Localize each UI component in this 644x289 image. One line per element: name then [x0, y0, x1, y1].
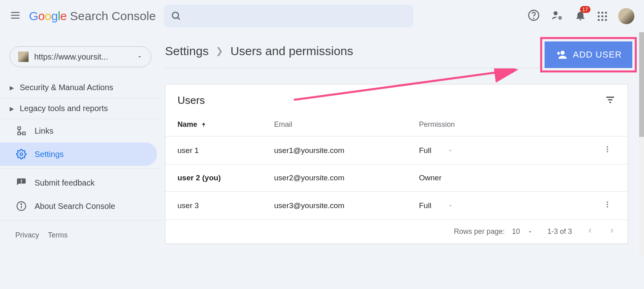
sidebar-item-feedback[interactable]: Submit feedback [0, 171, 157, 194]
caret-down-icon [136, 54, 143, 60]
column-permission[interactable]: Permission [419, 120, 520, 129]
table-footer: Rows per page: 10 1-3 of 3 [165, 220, 627, 244]
cell-name: user 3 [178, 201, 274, 210]
svg-point-24 [607, 147, 608, 148]
sidebar-item-settings[interactable]: Settings [0, 142, 157, 166]
menu-icon[interactable] [10, 10, 21, 23]
svg-rect-11 [23, 132, 25, 135]
footer-privacy[interactable]: Privacy [15, 231, 39, 239]
svg-point-29 [607, 206, 608, 207]
users-card: Users Name Email Permission user 1user1@… [165, 84, 628, 244]
card-title: Users [178, 94, 205, 107]
sidebar-group-security[interactable]: ▶ Security & Manual Actions [0, 77, 161, 98]
info-icon [16, 201, 27, 211]
table-header: Name Email Permission [165, 116, 627, 136]
sort-asc-icon [200, 122, 207, 128]
svg-rect-9 [18, 127, 21, 130]
gear-icon [16, 149, 27, 159]
more-icon[interactable] [603, 200, 615, 211]
column-email[interactable]: Email [274, 120, 419, 129]
feedback-icon [16, 178, 27, 188]
svg-line-4 [178, 17, 180, 19]
chevron-right-icon: ▶ [10, 105, 14, 112]
cell-name: user 2 (you) [178, 173, 274, 182]
person-add-icon [555, 49, 567, 61]
notifications-icon[interactable]: 17 [574, 9, 586, 23]
people-settings-icon[interactable] [551, 9, 563, 23]
table-row[interactable]: user 2 (you)user2@yoursite.comOwner [165, 165, 627, 192]
annotation-highlight: ADD USER [540, 37, 637, 72]
property-selector[interactable]: https://www.yoursit... [10, 46, 151, 67]
svg-point-26 [607, 151, 608, 152]
add-user-label: ADD USER [573, 50, 622, 60]
apps-icon[interactable] [598, 12, 607, 21]
sidebar-item-label: Links [35, 126, 54, 136]
svg-point-28 [607, 204, 608, 205]
column-name[interactable]: Name [178, 120, 274, 129]
prev-page-button[interactable] [586, 227, 594, 236]
caret-down-icon [448, 148, 453, 153]
permission-value: Owner [419, 173, 520, 182]
permission-dropdown[interactable]: Full [419, 146, 520, 155]
sidebar-item-links[interactable]: Links [0, 119, 157, 142]
chevron-right-icon: ❯ [216, 46, 223, 56]
rows-per-page-label: Rows per page: [454, 227, 505, 236]
sidebar-item-about[interactable]: About Search Console [0, 194, 157, 218]
svg-rect-23 [203, 124, 204, 127]
svg-point-6 [533, 18, 534, 19]
sidebar: https://www.yoursit... ▶ Security & Manu… [0, 32, 161, 256]
rows-per-page-value[interactable]: 10 [512, 227, 520, 236]
permission-dropdown[interactable]: Full [419, 201, 520, 210]
breadcrumb-parent[interactable]: Settings [165, 44, 208, 58]
table-row[interactable]: user 1user1@yoursite.comFull [165, 136, 627, 165]
sidebar-group-label: Security & Manual Actions [20, 83, 113, 92]
help-icon[interactable] [528, 9, 540, 23]
next-page-button[interactable] [608, 227, 615, 236]
cell-email: user1@yoursite.com [274, 146, 419, 155]
header: Google Search Console 17 [0, 0, 644, 32]
table-row[interactable]: user 3user3@yoursite.comFull [165, 192, 627, 220]
app-title: Search Console [70, 9, 156, 23]
avatar[interactable] [618, 8, 634, 24]
property-label: https://www.yoursit... [34, 52, 131, 62]
links-icon [16, 126, 27, 136]
svg-rect-10 [18, 132, 21, 135]
svg-point-7 [553, 11, 557, 15]
scrollbar[interactable] [639, 32, 644, 256]
add-user-button[interactable]: ADD USER [545, 41, 632, 68]
property-thumbnail [18, 52, 29, 62]
chevron-right-icon: ▶ [10, 85, 14, 91]
footer-terms[interactable]: Terms [48, 231, 68, 239]
page-range: 1-3 of 3 [547, 227, 572, 236]
sidebar-item-label: About Search Console [35, 202, 115, 211]
caret-down-icon [448, 203, 453, 208]
caret-down-icon[interactable] [527, 229, 533, 235]
main: Settings ❯ Users and permissions ADD USE… [161, 32, 644, 256]
app-logo: Google Search Console [29, 9, 156, 23]
sidebar-group-label: Legacy tools and reports [20, 104, 108, 113]
sidebar-item-label: Submit feedback [35, 178, 95, 188]
svg-rect-14 [21, 182, 22, 183]
svg-point-25 [607, 149, 608, 150]
svg-rect-13 [21, 180, 22, 182]
sidebar-group-legacy[interactable]: ▶ Legacy tools and reports [0, 98, 161, 119]
svg-point-12 [20, 153, 23, 156]
filter-icon[interactable] [605, 95, 615, 107]
svg-point-3 [172, 12, 178, 18]
notification-badge: 17 [580, 6, 590, 13]
cell-email: user3@yoursite.com [274, 201, 419, 210]
breadcrumb-current: Users and permissions [230, 44, 353, 58]
cell-email: user2@yoursite.com [274, 173, 419, 182]
cell-name: user 1 [178, 146, 274, 155]
search-input[interactable] [164, 5, 413, 27]
sidebar-item-label: Settings [35, 150, 64, 159]
more-icon[interactable] [603, 145, 615, 155]
svg-point-17 [21, 204, 22, 204]
svg-point-27 [607, 202, 608, 203]
svg-point-18 [561, 51, 565, 55]
